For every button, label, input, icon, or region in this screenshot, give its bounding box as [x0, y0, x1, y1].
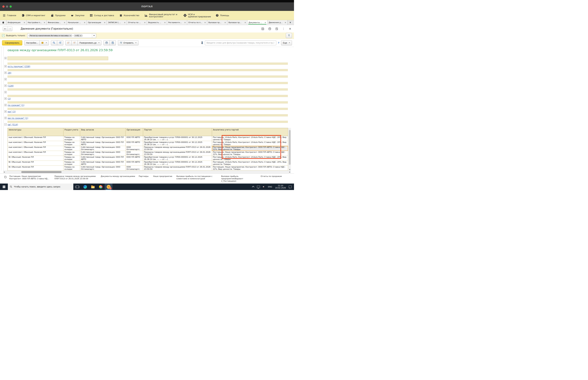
history-item[interactable]: Валовая прибыль по поставщикам с клиента…: [176, 175, 217, 180]
menu-item-6[interactable]: Казначейство: [119, 14, 139, 17]
tree-expander[interactable]: +: [4, 85, 7, 87]
menu-item-7[interactable]: Финансовый результат и контроллинг: [145, 13, 178, 18]
settings-button[interactable]: Настройки...: [24, 40, 40, 45]
tree-expander[interactable]: +: [4, 104, 7, 106]
tree-link[interactable]: ми" (2): [8, 110, 16, 113]
chrome-button[interactable]: [97, 184, 105, 190]
tab-10[interactable]: Отчеты по п...×: [187, 20, 207, 25]
menu-item-3[interactable]: Продажи: [51, 14, 65, 17]
menu-item-4[interactable]: Закупки: [71, 14, 84, 17]
tab-3[interactable]: Финансовы...×: [47, 20, 67, 25]
more-registers-chevron-icon[interactable]: ∨: [80, 35, 81, 37]
history-item[interactable]: Поставщик: Наше предприятие; Контрагент:…: [9, 175, 50, 180]
tree-link[interactable]: ми по срокам" (1): [8, 117, 28, 119]
history-item[interactable]: Передача товаров между организациями ПЛУ…: [55, 175, 97, 180]
tree-expander[interactable]: +: [4, 78, 7, 80]
tree-expander[interactable]: −: [4, 123, 7, 126]
table-row[interactable]: W; Обычный; Наличие ПЛТовары на складахС…: [8, 166, 288, 171]
history-item[interactable]: Наше предприятие: [153, 175, 173, 178]
tab-12[interactable]: Валовая пр...×: [227, 20, 247, 25]
taskbar-search[interactable]: Чтобы начать поиск, введите здесь запрос: [8, 184, 73, 190]
tray-clock[interactable]: 21:10 19.02.2026: [275, 185, 286, 189]
history-item[interactable]: Отчеты по продажам: [261, 175, 291, 178]
find-next-button[interactable]: [57, 40, 63, 45]
action-center-icon[interactable]: [289, 186, 292, 188]
tree-expander[interactable]: +: [4, 65, 7, 67]
language-indicator[interactable]: ENG: [268, 186, 272, 188]
report-variants-button[interactable]: ▼: [39, 40, 49, 45]
show-only-checkbox[interactable]: ✓: [2, 34, 5, 37]
tab-close-icon[interactable]: ×: [164, 21, 166, 24]
tab-9[interactable]: Регламентн...×: [167, 20, 187, 25]
register-chip[interactable]: Регистр накопления Активы и пассивы ×: [28, 34, 73, 37]
preview-button[interactable]: [110, 40, 116, 45]
tab-8[interactable]: Ведомость ...×: [147, 20, 167, 25]
print-button[interactable]: [103, 40, 110, 45]
tray-expand-icon[interactable]: [252, 186, 254, 188]
generate-button[interactable]: Сформировать: [2, 40, 22, 45]
tree-expander[interactable]: +: [4, 110, 7, 113]
tab-home[interactable]: [0, 20, 6, 25]
vertical-scrollbar[interactable]: ▼: [288, 128, 291, 171]
menu-item-1[interactable]: Главное: [3, 14, 16, 17]
horizontal-scrollbar-thumb[interactable]: [21, 171, 62, 173]
register-chip-close-icon[interactable]: ×: [69, 35, 71, 37]
tree-expander[interactable]: +: [4, 57, 7, 59]
volume-muted-icon[interactable]: ✕: [263, 186, 264, 188]
print-preview-icon[interactable]: [275, 27, 278, 30]
filter-settings-button[interactable]: [286, 33, 292, 38]
quick-filter-input[interactable]: Введите слово для фильтра (название това…: [205, 40, 276, 45]
tab-close-icon[interactable]: ×: [224, 21, 226, 24]
tab-close-icon[interactable]: ×: [265, 21, 266, 24]
tab-close-icon[interactable]: ×: [84, 21, 85, 24]
table-row[interactable]: W; Обычный; Наличие ПЛТовары на складахС…: [8, 161, 288, 166]
more-actions-button[interactable]: Еще▼: [281, 40, 292, 45]
collapse-groups-button[interactable]: [65, 40, 72, 45]
expand-to-button[interactable]: Разворачивать до▼: [77, 40, 101, 45]
expand-groups-button[interactable]: [72, 40, 78, 45]
tab-close-icon[interactable]: ×: [245, 21, 246, 24]
tab-11[interactable]: Валовая пр...×: [207, 20, 227, 25]
table-row[interactable]: ные комплект; Обычный; Наличие ПЛТовары …: [8, 146, 288, 151]
save-icon[interactable]: [261, 27, 264, 30]
tab-close-icon[interactable]: ×: [64, 21, 65, 24]
network-icon[interactable]: [257, 186, 260, 188]
tree-link[interactable]: ость продаж" (258): [8, 65, 30, 68]
autosum-button[interactable]: Σ: [201, 41, 203, 45]
find-button[interactable]: [51, 40, 57, 45]
tree-link[interactable]: ов" (514): [8, 123, 18, 126]
table-row[interactable]: ные комплект; Обычный; Наличие ПЛТовары …: [8, 151, 288, 156]
more-registers-chip[interactable]: +41 ∨: [74, 34, 83, 37]
onec-app-button[interactable]: 1С 11: [105, 184, 113, 190]
tab-close-icon[interactable]: ×: [104, 21, 106, 24]
send-button[interactable]: Отправить▼: [118, 40, 138, 45]
tab-2[interactable]: Настройки п...×: [27, 20, 47, 25]
edge-button[interactable]: [81, 184, 89, 190]
tab-14[interactable]: Движения д...×: [267, 20, 287, 25]
scroll-left-icon[interactable]: ◄: [3, 171, 5, 173]
tab-close-icon[interactable]: ×: [44, 21, 45, 24]
start-button[interactable]: [0, 184, 8, 190]
tree-link[interactable]: (2): [8, 97, 11, 100]
table-row[interactable]: W; Обычный; Наличие ПЛТовары на складахС…: [8, 156, 288, 161]
print-icon[interactable]: [268, 27, 271, 30]
tab-close-icon[interactable]: ×: [124, 21, 126, 24]
table-row[interactable]: ные комплект; Обычный; Наличие ПЛТовары …: [8, 141, 288, 146]
help-button[interactable]: ?: [278, 41, 279, 44]
tree-expander[interactable]: +: [4, 91, 7, 93]
tree-link[interactable]: по срокам" (1): [8, 104, 24, 107]
combo-dropdown-icon[interactable]: ▼: [92, 34, 96, 38]
tab-6[interactable]: ЗАПИСАН | ...×: [107, 20, 127, 25]
tab-13[interactable]: Документы ...×: [247, 20, 267, 25]
horizontal-scrollbar[interactable]: ◄ ►: [3, 171, 291, 173]
history-item[interactable]: Документы между организациями: [101, 175, 136, 178]
back-button[interactable]: ←: [3, 27, 8, 31]
tab-close-icon[interactable]: ×: [285, 21, 286, 24]
tab-close-icon[interactable]: ×: [184, 21, 186, 24]
tree-link[interactable]: (128): [8, 85, 14, 87]
tabs-overflow-button[interactable]: ▼: [287, 20, 293, 25]
tab-close-icon[interactable]: ×: [144, 21, 146, 24]
tab-close-icon[interactable]: ×: [204, 21, 206, 24]
history-item[interactable]: Валовая прибыль предприятия(Вариант 2_По…: [221, 175, 259, 182]
forward-button[interactable]: →: [8, 27, 12, 31]
